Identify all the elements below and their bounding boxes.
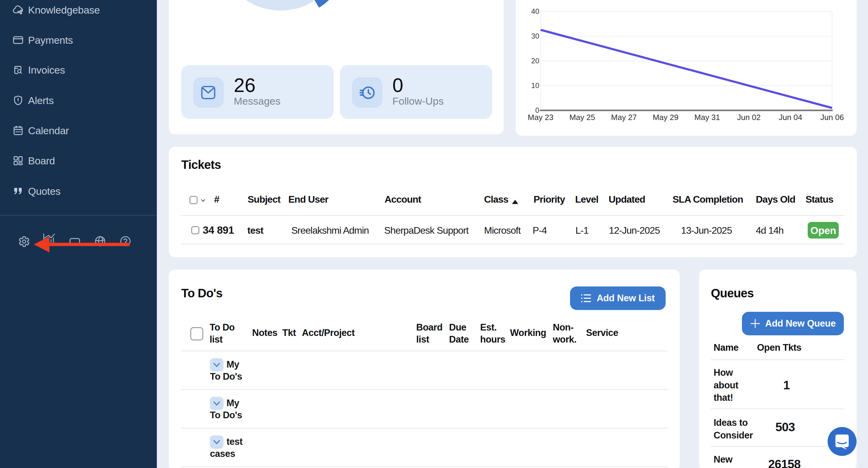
svg-text:30: 30 bbox=[531, 32, 539, 40]
svg-text:May 27: May 27 bbox=[611, 113, 637, 122]
svg-text:May 29: May 29 bbox=[653, 113, 678, 122]
svg-text:Jun 06: Jun 06 bbox=[820, 113, 844, 122]
svg-text:Jun 04: Jun 04 bbox=[779, 113, 802, 122]
svg-text:40: 40 bbox=[531, 7, 539, 15]
svg-text:May 31: May 31 bbox=[694, 113, 720, 122]
svg-text:May 25: May 25 bbox=[569, 113, 595, 122]
svg-text:20: 20 bbox=[531, 57, 539, 65]
svg-text:Jun 02: Jun 02 bbox=[737, 113, 761, 122]
svg-text:10: 10 bbox=[531, 82, 539, 90]
svg-text:May 23: May 23 bbox=[528, 113, 553, 122]
